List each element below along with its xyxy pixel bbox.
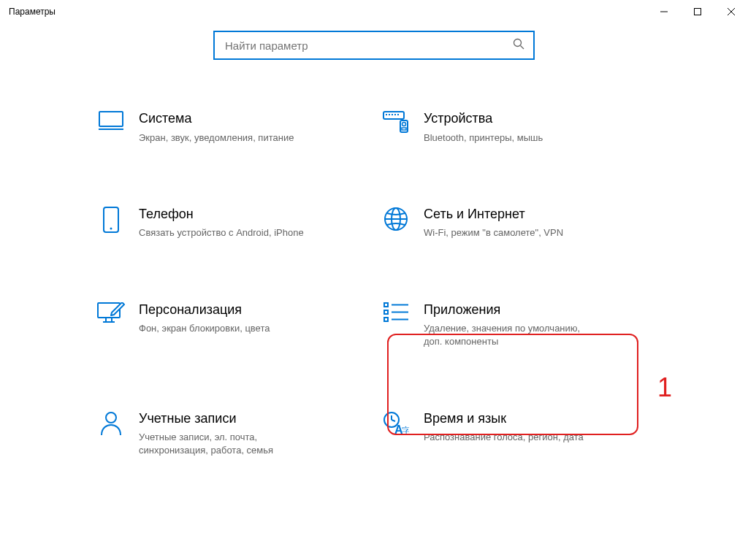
category-title: Устройства bbox=[424, 111, 543, 127]
category-desc: Связать устройство с Android, iPhone bbox=[139, 226, 304, 239]
window-buttons bbox=[647, 0, 748, 23]
time-language-icon: A字 bbox=[381, 411, 411, 436]
category-title: Время и язык bbox=[424, 411, 584, 427]
maximize-button[interactable] bbox=[681, 0, 714, 23]
svg-point-32 bbox=[106, 413, 116, 423]
svg-rect-9 bbox=[386, 114, 387, 115]
category-accounts[interactable]: Учетные записи Учетные записи, эл. почта… bbox=[96, 411, 367, 458]
search-icon bbox=[513, 38, 524, 53]
category-desc: Удаление, значения по умолчанию, доп. ко… bbox=[424, 322, 592, 348]
close-button[interactable] bbox=[714, 0, 748, 23]
category-time-language[interactable]: A字 Время и язык Распознавание голоса, ре… bbox=[381, 411, 652, 458]
category-desc: Экран, звук, уведомления, питание bbox=[139, 131, 294, 145]
svg-rect-30 bbox=[384, 318, 388, 321]
system-icon bbox=[96, 111, 126, 130]
category-desc: Wi-Fi, режим "в самолете", VPN bbox=[424, 226, 563, 239]
minimize-button[interactable] bbox=[647, 0, 681, 23]
svg-rect-13 bbox=[397, 114, 399, 115]
category-title: Сеть и Интернет bbox=[424, 207, 563, 223]
svg-point-18 bbox=[110, 227, 112, 229]
category-title: Персонализация bbox=[139, 302, 270, 318]
svg-rect-1 bbox=[695, 9, 701, 15]
phone-icon bbox=[96, 207, 126, 233]
svg-rect-26 bbox=[384, 303, 388, 307]
search-box[interactable] bbox=[213, 31, 535, 60]
category-title: Учетные записи bbox=[139, 411, 307, 427]
category-devices[interactable]: Устройства Bluetooth, принтеры, мышь bbox=[381, 111, 652, 145]
category-personalization[interactable]: Персонализация Фон, экран блокировки, цв… bbox=[96, 302, 367, 349]
svg-rect-10 bbox=[389, 114, 390, 115]
globe-icon bbox=[381, 207, 411, 231]
category-phone[interactable]: Телефон Связать устройство с Android, iP… bbox=[96, 207, 367, 240]
category-title: Телефон bbox=[139, 207, 304, 223]
category-apps[interactable]: Приложения Удаление, значения по умолчан… bbox=[381, 302, 652, 349]
personalization-icon bbox=[96, 302, 126, 324]
svg-rect-6 bbox=[99, 112, 123, 126]
window-title: Параметры bbox=[9, 7, 56, 17]
svg-rect-11 bbox=[392, 114, 393, 115]
category-desc: Учетные записи, эл. почта, синхронизация… bbox=[139, 431, 307, 457]
svg-line-35 bbox=[392, 420, 395, 421]
category-desc: Распознавание голоса, регион, дата bbox=[424, 431, 584, 444]
svg-line-5 bbox=[521, 46, 524, 50]
apps-icon bbox=[381, 302, 411, 323]
devices-icon bbox=[381, 111, 411, 133]
category-desc: Фон, экран блокировки, цвета bbox=[139, 322, 270, 335]
category-network[interactable]: Сеть и Интернет Wi-Fi, режим "в самолете… bbox=[381, 207, 652, 240]
categories-grid: Система Экран, звук, уведомления, питани… bbox=[96, 111, 652, 458]
content-area: Система Экран, звук, уведомления, питани… bbox=[0, 23, 748, 560]
svg-text:字: 字 bbox=[402, 426, 409, 436]
category-desc: Bluetooth, принтеры, мышь bbox=[424, 131, 543, 145]
svg-rect-28 bbox=[384, 310, 388, 314]
category-system[interactable]: Система Экран, звук, уведомления, питани… bbox=[96, 111, 367, 145]
svg-point-4 bbox=[514, 39, 522, 47]
search-input[interactable] bbox=[224, 39, 513, 53]
accounts-icon bbox=[96, 411, 126, 436]
titlebar: Параметры bbox=[0, 0, 748, 23]
category-title: Приложения bbox=[424, 302, 592, 318]
category-title: Система bbox=[139, 111, 294, 127]
svg-rect-12 bbox=[394, 114, 396, 115]
